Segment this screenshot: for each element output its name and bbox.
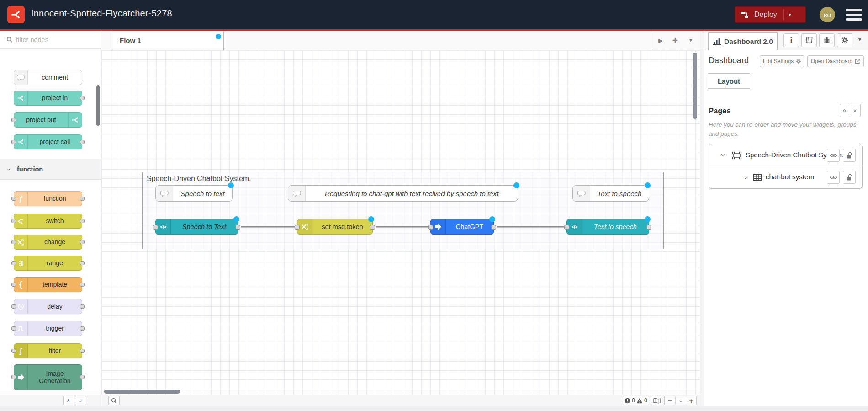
node-output-port[interactable]: [80, 140, 85, 144]
node-output-port[interactable]: [235, 225, 240, 230]
node-input-port[interactable]: [11, 197, 16, 201]
comment-node-speech-to-text[interactable]: Speech to text: [155, 185, 233, 202]
flow-node-speech-to-text[interactable]: </> Speech to Text: [155, 219, 238, 235]
comment-node-requesting-chatgpt[interactable]: Requesting to chat-gpt with text recived…: [288, 185, 518, 202]
node-output-port[interactable]: [80, 240, 85, 244]
palette-node-trigger[interactable]: trigger: [14, 321, 82, 336]
deploy-dropdown-icon[interactable]: ▾: [789, 11, 791, 18]
block-arrow-icon: [14, 365, 28, 390]
canvas-search-button[interactable]: [108, 396, 120, 405]
node-input-port[interactable]: [11, 240, 16, 244]
sidebar-splitter[interactable]: [700, 31, 704, 406]
main-menu-button[interactable]: [846, 9, 862, 21]
zoom-reset-button[interactable]: ○: [675, 396, 686, 405]
palette-node-filter[interactable]: ʃ filter: [14, 343, 82, 358]
navigator-map-button[interactable]: [651, 396, 662, 405]
node-input-port[interactable]: [11, 219, 16, 223]
move-down-button[interactable]: »: [850, 104, 861, 117]
debug-button[interactable]: [819, 33, 835, 47]
modified-dot: [368, 216, 374, 222]
open-dashboard-button[interactable]: Open Dashboard: [807, 55, 864, 67]
move-up-button[interactable]: «: [840, 104, 850, 117]
node-output-port[interactable]: [80, 219, 85, 223]
flow-canvas[interactable]: Speech-Driven Chatbot System. Speech to …: [101, 50, 700, 395]
palette-node-delay[interactable]: delay: [14, 299, 82, 314]
comment-node-text-to-speech[interactable]: Text to speech: [572, 185, 649, 202]
tab-flow-1[interactable]: Flow 1: [113, 31, 224, 50]
flow-node-chatgpt[interactable]: ChatGPT: [430, 219, 494, 235]
node-input-port[interactable]: [11, 326, 16, 331]
chevron-right-icon[interactable]: ›: [745, 173, 747, 181]
node-output-port[interactable]: [80, 326, 85, 331]
node-output-port[interactable]: [80, 197, 85, 201]
visibility-toggle-button[interactable]: [827, 171, 840, 184]
palette-filter-input[interactable]: [16, 36, 89, 43]
add-flow-button[interactable]: +: [669, 31, 682, 50]
flow-node-set-msg-token[interactable]: set msg.token: [297, 219, 373, 235]
node-input-port[interactable]: [295, 225, 300, 230]
node-output-port[interactable]: [80, 283, 85, 287]
node-input-port[interactable]: [11, 283, 16, 287]
palette-node-project-out[interactable]: project out: [14, 112, 82, 128]
tab-dashboard-2[interactable]: Dashboard 2.0: [708, 32, 778, 50]
node-input-port[interactable]: [11, 375, 16, 379]
table-grid-icon: [753, 174, 762, 181]
zoom-out-button[interactable]: −: [665, 396, 675, 405]
help-book-button[interactable]: [801, 33, 817, 47]
node-output-port[interactable]: [646, 225, 651, 230]
node-input-port[interactable]: [153, 225, 158, 230]
flow-node-text-to-speech[interactable]: </> Text to speech: [566, 219, 649, 235]
palette-expand-all-button[interactable]: »: [75, 396, 86, 405]
node-output-port[interactable]: [80, 375, 85, 379]
tree-row-group-chat-bot-system[interactable]: › chat-bot system: [709, 166, 862, 188]
node-input-port[interactable]: [11, 140, 16, 144]
node-input-port[interactable]: [428, 225, 433, 230]
user-avatar[interactable]: su: [820, 7, 835, 22]
info-button[interactable]: i: [783, 33, 799, 47]
palette-category-function[interactable]: › function: [0, 159, 101, 180]
palette-node-switch[interactable]: switch: [14, 214, 82, 229]
node-output-port[interactable]: [80, 349, 85, 353]
deploy-button[interactable]: Deploy ▾: [735, 6, 806, 23]
tab-scroll-button[interactable]: ▶: [654, 31, 667, 50]
palette-scrollbar[interactable]: [96, 85, 100, 126]
zoom-in-button[interactable]: +: [686, 396, 696, 405]
palette-search[interactable]: [0, 31, 101, 49]
palette-node-project-call[interactable]: project call: [14, 134, 82, 149]
palette-node-range[interactable]: range: [14, 256, 82, 271]
palette-node-image-generation[interactable]: Image Generation: [14, 364, 82, 390]
lock-toggle-button[interactable]: [843, 171, 856, 184]
palette-node-project-in[interactable]: project in: [14, 91, 82, 106]
external-link-icon: [855, 59, 860, 64]
node-output-port[interactable]: [80, 261, 85, 265]
palette-node-template[interactable]: { template: [14, 277, 82, 292]
edit-settings-button[interactable]: Edit Settings: [760, 55, 804, 67]
node-output-port[interactable]: [491, 225, 496, 230]
visibility-toggle-button[interactable]: [827, 149, 840, 162]
flow-status-counts[interactable]: 0 0: [623, 396, 649, 405]
menu-bar: [846, 9, 862, 11]
node-input-port[interactable]: [564, 225, 569, 230]
chevron-down-icon[interactable]: ›: [719, 154, 727, 156]
lock-toggle-button[interactable]: [843, 149, 856, 162]
settings-button[interactable]: [837, 33, 852, 47]
node-output-port[interactable]: [80, 96, 85, 100]
node-output-port[interactable]: [370, 225, 375, 230]
palette-node-function[interactable]: ƒ function: [14, 191, 82, 206]
palette-collapse-all-button[interactable]: «: [63, 396, 74, 405]
palette-node-label: function: [28, 192, 82, 206]
tab-layout[interactable]: Layout: [708, 73, 750, 89]
node-input-port[interactable]: [11, 304, 16, 309]
palette-node-change[interactable]: change: [14, 235, 82, 250]
flow-list-dropdown-icon[interactable]: ▾: [684, 31, 697, 50]
canvas-horizontal-scrollbar[interactable]: [104, 390, 180, 394]
node-input-port[interactable]: [11, 349, 16, 353]
palette-node-comment[interactable]: comment: [14, 70, 82, 85]
node-output-port[interactable]: [80, 304, 85, 309]
node-input-port[interactable]: [11, 261, 16, 265]
canvas-vertical-scrollbar[interactable]: [693, 53, 697, 119]
sidebar-menu-dropdown-icon[interactable]: ▾: [858, 36, 861, 43]
node-input-port[interactable]: [11, 118, 16, 122]
comment-node-label: Requesting to chat-gpt with text recived…: [306, 186, 518, 201]
tree-row-page-speech-driven-chatbot[interactable]: › Speech-Driven Chatbot System.: [709, 144, 862, 166]
